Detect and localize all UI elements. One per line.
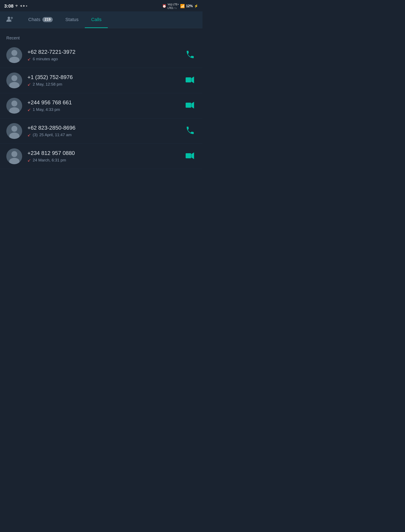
tab-status-label: Status — [65, 17, 79, 22]
call-timestamp-1: 6 minutes ago — [33, 57, 58, 61]
avatar-person-4 — [6, 123, 22, 139]
calls-content: Recent +62 822-7221-3972 ↙ 6 minutes ago — [0, 28, 202, 173]
video-icon-3 — [186, 102, 194, 109]
status-bar: 3:08 ᯤ ◁ ▶ • ⏰ Vo)) LTE+LTE1 ↑↓ 📶 12% ⚡ — [0, 0, 202, 11]
video-icon-5 — [186, 152, 194, 159]
tab-status[interactable]: Status — [59, 11, 85, 28]
call-time-1: ↙ 6 minutes ago — [27, 57, 184, 62]
avatar-body-3 — [9, 107, 19, 114]
avatar-person-3 — [6, 98, 22, 114]
svg-marker-7 — [191, 152, 194, 159]
avatar-person-1 — [6, 47, 22, 63]
chats-badge: 219 — [42, 17, 53, 22]
call-info-3: +244 956 768 661 ↙ 1 May, 4:33 pm — [27, 99, 183, 112]
svg-rect-2 — [186, 77, 191, 82]
avatar-2 — [6, 72, 22, 88]
avatar-body-4 — [9, 132, 19, 139]
phone-icon-1 — [187, 51, 194, 58]
call-info-1: +62 822-7221-3972 ↙ 6 minutes ago — [27, 49, 184, 62]
tab-chats[interactable]: Chats 219 — [22, 11, 59, 28]
call-item-3[interactable]: +244 956 768 661 ↙ 1 May, 4:33 pm — [0, 93, 202, 118]
call-item-4[interactable]: +62 823-2850-8696 ↙ (3) 25 April, 11:47 … — [0, 118, 202, 144]
nav-tabs: Chats 219 Status Calls — [22, 11, 198, 28]
svg-marker-5 — [191, 102, 194, 109]
status-bar-left: 3:08 ᯤ ◁ ▶ • — [4, 3, 27, 9]
phone-icon-4 — [187, 127, 194, 134]
avatar-1 — [6, 47, 22, 63]
call-info-2: +1 (352) 752-8976 ↙ 2 May, 12:58 pm — [27, 74, 183, 87]
avatar-5 — [6, 148, 22, 164]
call-info-5: +234 812 957 0880 ↙ 24 March, 6:31 pm — [27, 150, 183, 163]
avatar-person-5 — [6, 148, 22, 164]
video-icon-2 — [186, 77, 194, 83]
call-timestamp-2: 2 May, 12:58 pm — [33, 82, 62, 87]
call-time-5: ↙ 24 March, 6:31 pm — [27, 158, 183, 163]
call-action-1[interactable] — [184, 49, 196, 61]
navigation-bar: Chats 219 Status Calls — [0, 11, 202, 28]
avatar-head-2 — [11, 75, 17, 81]
call-action-3[interactable] — [183, 100, 196, 112]
call-number-5: +234 812 957 0880 — [27, 150, 183, 156]
call-number-1: +62 822-7221-3972 — [27, 49, 184, 55]
tab-calls-label: Calls — [91, 17, 101, 22]
svg-point-1 — [11, 17, 13, 19]
call-item-5[interactable]: +234 812 957 0880 ↙ 24 March, 6:31 pm — [0, 144, 202, 169]
call-timestamp-4: 25 April, 11:47 am — [39, 132, 72, 137]
avatar-body-5 — [9, 158, 19, 164]
call-action-5[interactable] — [183, 150, 196, 162]
avatar-head-1 — [11, 50, 17, 56]
network-type: Vo)) LTE+LTE1 ↑↓ — [168, 3, 179, 10]
avatar-body-2 — [9, 82, 19, 88]
call-item-2[interactable]: +1 (352) 752-8976 ↙ 2 May, 12:58 pm — [0, 68, 202, 93]
svg-point-0 — [8, 17, 10, 19]
svg-rect-6 — [186, 153, 191, 158]
avatar-person-2 — [6, 72, 22, 88]
call-time-3: ↙ 1 May, 4:33 pm — [27, 107, 183, 112]
avatar-head-4 — [11, 126, 17, 132]
call-time-2: ↙ 2 May, 12:58 pm — [27, 82, 183, 87]
status-bar-right: ⏰ Vo)) LTE+LTE1 ↑↓ 📶 12% ⚡ — [162, 3, 198, 10]
network-icons: ᯤ ◁ ▶ • — [15, 4, 27, 8]
call-number-2: +1 (352) 752-8976 — [27, 74, 183, 80]
call-number-4: +62 823-2850-8696 — [27, 125, 184, 131]
call-info-4: +62 823-2850-8696 ↙ (3) 25 April, 11:47 … — [27, 125, 184, 138]
tab-chats-label: Chats — [28, 17, 40, 22]
battery-icon: ⚡ — [194, 4, 198, 8]
avatar-4 — [6, 123, 22, 139]
call-timestamp-3: 1 May, 4:33 pm — [33, 107, 60, 112]
battery-display: 12% — [186, 4, 193, 8]
avatar-3 — [6, 98, 22, 114]
tab-calls[interactable]: Calls — [85, 11, 108, 28]
avatar-head-5 — [11, 151, 17, 157]
recent-section-label: Recent — [0, 33, 202, 43]
svg-rect-4 — [186, 103, 191, 108]
time-display: 3:08 — [4, 3, 14, 9]
call-count-4: (3) — [33, 132, 38, 137]
call-timestamp-5: 24 March, 6:31 pm — [33, 158, 66, 163]
call-action-4[interactable] — [184, 125, 196, 137]
call-arrow-2: ↙ — [27, 82, 31, 87]
call-arrow-1: ↙ — [27, 57, 31, 62]
call-item-1[interactable]: +62 822-7221-3972 ↙ 6 minutes ago — [0, 43, 202, 68]
contacts-icon[interactable] — [4, 14, 16, 26]
signal-bars: 📶 — [180, 4, 185, 8]
svg-marker-3 — [191, 77, 194, 83]
avatar-body-1 — [9, 57, 19, 63]
call-action-2[interactable] — [183, 74, 196, 86]
call-number-3: +244 956 768 661 — [27, 99, 183, 106]
call-arrow-3: ↙ — [27, 107, 31, 112]
avatar-head-3 — [11, 100, 17, 106]
call-time-4: ↙ (3) 25 April, 11:47 am — [27, 132, 184, 138]
alarm-icon: ⏰ — [162, 4, 166, 8]
call-arrow-4: ↙ — [27, 132, 31, 138]
call-arrow-5: ↙ — [27, 158, 31, 163]
